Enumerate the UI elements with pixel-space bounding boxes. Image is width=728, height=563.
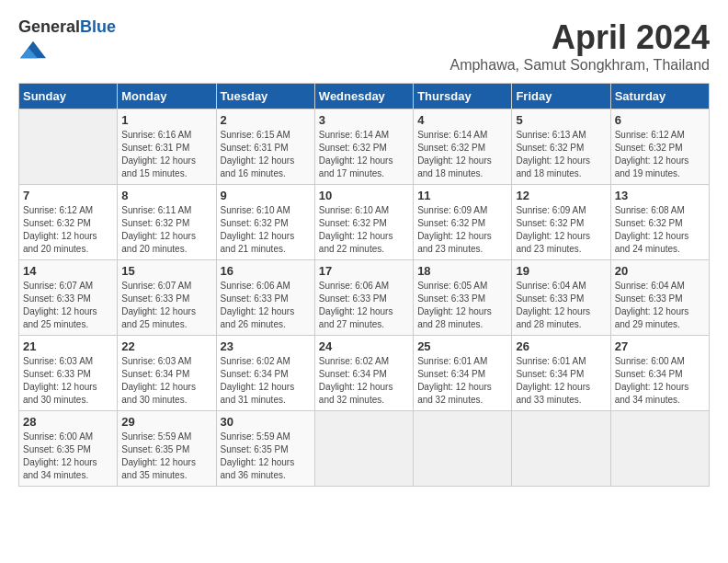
day-detail: Sunrise: 6:12 AMSunset: 6:32 PMDaylight:… xyxy=(23,205,97,254)
calendar-cell: 22 Sunrise: 6:03 AMSunset: 6:34 PMDaylig… xyxy=(118,336,216,411)
day-detail: Sunrise: 6:09 AMSunset: 6:32 PMDaylight:… xyxy=(417,205,492,254)
day-detail: Sunrise: 6:05 AMSunset: 6:33 PMDaylight:… xyxy=(417,281,492,329)
calendar-cell: 16 Sunrise: 6:06 AMSunset: 6:33 PMDaylig… xyxy=(216,260,314,336)
day-detail: Sunrise: 6:10 AMSunset: 6:32 PMDaylight:… xyxy=(319,205,393,254)
calendar-cell: 25 Sunrise: 6:01 AMSunset: 6:34 PMDaylig… xyxy=(414,336,512,411)
weekday-header-monday: Monday xyxy=(118,84,216,109)
calendar-week-row: 7 Sunrise: 6:12 AMSunset: 6:32 PMDayligh… xyxy=(19,185,710,260)
day-detail: Sunrise: 6:03 AMSunset: 6:33 PMDaylight:… xyxy=(23,356,97,405)
calendar-cell: 6 Sunrise: 6:12 AMSunset: 6:32 PMDayligh… xyxy=(610,109,709,185)
day-detail: Sunrise: 6:02 AMSunset: 6:34 PMDaylight:… xyxy=(319,356,393,405)
logo: GeneralBlue xyxy=(18,18,116,66)
calendar-cell: 26 Sunrise: 6:01 AMSunset: 6:34 PMDaylig… xyxy=(512,336,610,411)
weekday-header-sunday: Sunday xyxy=(19,84,118,109)
calendar-cell: 29 Sunrise: 5:59 AMSunset: 6:35 PMDaylig… xyxy=(118,411,216,487)
day-number: 23 xyxy=(221,339,311,353)
day-number: 14 xyxy=(23,264,113,278)
weekday-header-tuesday: Tuesday xyxy=(216,84,314,109)
day-detail: Sunrise: 6:09 AMSunset: 6:32 PMDaylight:… xyxy=(516,205,590,254)
logo-icon xyxy=(20,37,46,63)
day-number: 6 xyxy=(615,113,705,127)
day-detail: Sunrise: 6:02 AMSunset: 6:34 PMDaylight:… xyxy=(221,356,295,405)
weekday-header-row: SundayMondayTuesdayWednesdayThursdayFrid… xyxy=(19,84,710,109)
calendar-cell: 10 Sunrise: 6:10 AMSunset: 6:32 PMDaylig… xyxy=(314,185,413,260)
calendar-cell: 4 Sunrise: 6:14 AMSunset: 6:32 PMDayligh… xyxy=(414,109,512,185)
day-number: 27 xyxy=(615,339,705,353)
calendar-cell xyxy=(610,411,709,487)
day-number: 17 xyxy=(319,264,409,278)
title-block: April 2024 Amphawa, Samut Songkhram, Tha… xyxy=(449,18,710,74)
logo-blue-text: Blue xyxy=(80,17,116,36)
day-number: 18 xyxy=(417,264,507,278)
day-detail: Sunrise: 6:06 AMSunset: 6:33 PMDaylight:… xyxy=(319,281,393,329)
day-number: 21 xyxy=(23,339,113,353)
day-number: 15 xyxy=(121,264,211,278)
location-subtitle: Amphawa, Samut Songkhram, Thailand xyxy=(449,57,710,74)
day-detail: Sunrise: 6:00 AMSunset: 6:35 PMDaylight:… xyxy=(23,431,97,480)
weekday-header-wednesday: Wednesday xyxy=(314,84,413,109)
calendar-cell: 21 Sunrise: 6:03 AMSunset: 6:33 PMDaylig… xyxy=(19,336,118,411)
day-number: 26 xyxy=(516,339,606,353)
calendar-cell: 12 Sunrise: 6:09 AMSunset: 6:32 PMDaylig… xyxy=(512,185,610,260)
calendar-cell: 20 Sunrise: 6:04 AMSunset: 6:33 PMDaylig… xyxy=(610,260,709,336)
day-number: 29 xyxy=(121,415,211,429)
day-number: 12 xyxy=(516,189,606,202)
calendar-cell xyxy=(512,411,610,487)
calendar-week-row: 28 Sunrise: 6:00 AMSunset: 6:35 PMDaylig… xyxy=(19,411,710,487)
day-number: 19 xyxy=(516,264,606,278)
calendar-cell: 19 Sunrise: 6:04 AMSunset: 6:33 PMDaylig… xyxy=(512,260,610,336)
day-detail: Sunrise: 6:14 AMSunset: 6:32 PMDaylight:… xyxy=(319,130,393,178)
calendar-cell: 17 Sunrise: 6:06 AMSunset: 6:33 PMDaylig… xyxy=(314,260,413,336)
day-number: 22 xyxy=(121,339,211,353)
calendar-cell: 5 Sunrise: 6:13 AMSunset: 6:32 PMDayligh… xyxy=(512,109,610,185)
calendar-cell: 13 Sunrise: 6:08 AMSunset: 6:32 PMDaylig… xyxy=(610,185,709,260)
day-detail: Sunrise: 6:13 AMSunset: 6:32 PMDaylight:… xyxy=(516,130,590,178)
day-detail: Sunrise: 6:10 AMSunset: 6:32 PMDaylight:… xyxy=(221,205,295,254)
calendar-cell: 8 Sunrise: 6:11 AMSunset: 6:32 PMDayligh… xyxy=(118,185,216,260)
day-number: 20 xyxy=(615,264,705,278)
day-detail: Sunrise: 5:59 AMSunset: 6:35 PMDaylight:… xyxy=(221,431,295,480)
day-detail: Sunrise: 6:01 AMSunset: 6:34 PMDaylight:… xyxy=(516,356,590,405)
day-number: 13 xyxy=(615,189,705,202)
calendar-cell: 11 Sunrise: 6:09 AMSunset: 6:32 PMDaylig… xyxy=(414,185,512,260)
day-number: 8 xyxy=(121,189,211,202)
calendar-cell: 27 Sunrise: 6:00 AMSunset: 6:34 PMDaylig… xyxy=(610,336,709,411)
day-number: 10 xyxy=(319,189,409,202)
calendar-week-row: 1 Sunrise: 6:16 AMSunset: 6:31 PMDayligh… xyxy=(19,109,710,185)
calendar-cell: 9 Sunrise: 6:10 AMSunset: 6:32 PMDayligh… xyxy=(216,185,314,260)
day-detail: Sunrise: 6:00 AMSunset: 6:34 PMDaylight:… xyxy=(615,356,689,405)
weekday-header-friday: Friday xyxy=(512,84,610,109)
calendar-week-row: 14 Sunrise: 6:07 AMSunset: 6:33 PMDaylig… xyxy=(19,260,710,336)
calendar-cell: 15 Sunrise: 6:07 AMSunset: 6:33 PMDaylig… xyxy=(118,260,216,336)
day-number: 11 xyxy=(417,189,507,202)
day-number: 1 xyxy=(121,113,211,127)
calendar-cell: 7 Sunrise: 6:12 AMSunset: 6:32 PMDayligh… xyxy=(19,185,118,260)
day-number: 7 xyxy=(23,189,113,202)
calendar-cell xyxy=(414,411,512,487)
calendar-cell xyxy=(19,109,118,185)
calendar-cell: 23 Sunrise: 6:02 AMSunset: 6:34 PMDaylig… xyxy=(216,336,314,411)
logo-general-text: General xyxy=(18,17,80,36)
calendar-cell: 3 Sunrise: 6:14 AMSunset: 6:32 PMDayligh… xyxy=(314,109,413,185)
month-title: April 2024 xyxy=(449,18,710,57)
calendar-cell: 28 Sunrise: 6:00 AMSunset: 6:35 PMDaylig… xyxy=(19,411,118,487)
day-number: 9 xyxy=(221,189,311,202)
day-number: 24 xyxy=(319,339,409,353)
calendar-cell: 18 Sunrise: 6:05 AMSunset: 6:33 PMDaylig… xyxy=(414,260,512,336)
calendar-cell xyxy=(314,411,413,487)
day-detail: Sunrise: 6:08 AMSunset: 6:32 PMDaylight:… xyxy=(615,205,689,254)
calendar-week-row: 21 Sunrise: 6:03 AMSunset: 6:33 PMDaylig… xyxy=(19,336,710,411)
day-number: 25 xyxy=(417,339,507,353)
day-detail: Sunrise: 6:07 AMSunset: 6:33 PMDaylight:… xyxy=(121,281,196,329)
day-detail: Sunrise: 6:12 AMSunset: 6:32 PMDaylight:… xyxy=(615,130,689,178)
day-number: 28 xyxy=(23,415,113,429)
calendar-cell: 14 Sunrise: 6:07 AMSunset: 6:33 PMDaylig… xyxy=(19,260,118,336)
day-detail: Sunrise: 6:11 AMSunset: 6:32 PMDaylight:… xyxy=(121,205,196,254)
day-detail: Sunrise: 6:15 AMSunset: 6:31 PMDaylight:… xyxy=(221,130,295,178)
day-number: 30 xyxy=(221,415,311,429)
calendar-cell: 2 Sunrise: 6:15 AMSunset: 6:31 PMDayligh… xyxy=(216,109,314,185)
day-number: 4 xyxy=(417,113,507,127)
day-detail: Sunrise: 6:16 AMSunset: 6:31 PMDaylight:… xyxy=(121,130,196,178)
day-detail: Sunrise: 6:04 AMSunset: 6:33 PMDaylight:… xyxy=(615,281,689,329)
calendar-table: SundayMondayTuesdayWednesdayThursdayFrid… xyxy=(18,83,710,487)
